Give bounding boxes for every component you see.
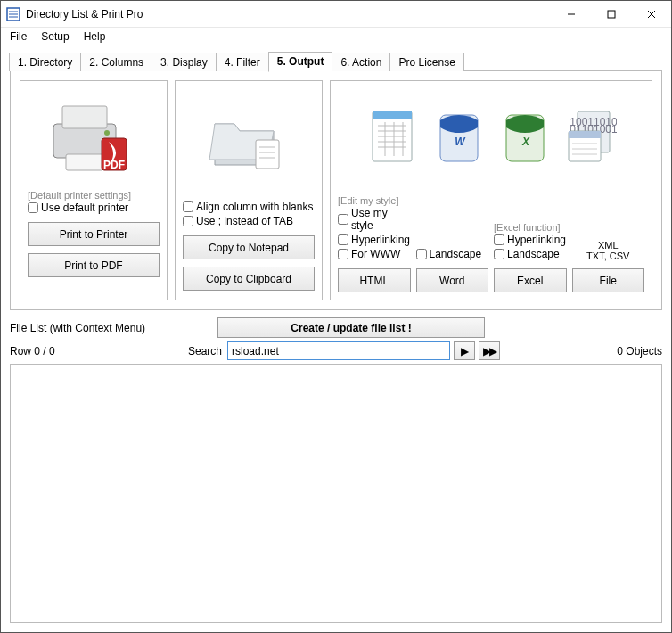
menu-file[interactable]: File bbox=[3, 29, 34, 45]
folder-notepad-icon bbox=[204, 97, 293, 177]
file-list[interactable] bbox=[10, 364, 662, 623]
edit-style-hint: [Edit my style] bbox=[338, 195, 398, 206]
printer-pdf-icon: PDF bbox=[45, 97, 143, 177]
minimize-button[interactable] bbox=[551, 1, 591, 28]
tab-directory[interactable]: 1. Directory bbox=[9, 53, 81, 71]
default-printer-hint: [Default printer settings] bbox=[28, 190, 131, 201]
maximize-button[interactable] bbox=[591, 1, 631, 28]
svg-point-11 bbox=[104, 130, 110, 136]
search-label: Search bbox=[188, 345, 222, 358]
chk-align-blanks[interactable]: Align column with blanks bbox=[183, 201, 313, 213]
btn-export-file[interactable]: File bbox=[572, 268, 645, 292]
svg-rect-5 bbox=[608, 11, 615, 18]
file-icon: 10011010 01101001 bbox=[563, 106, 617, 169]
svg-rect-9 bbox=[62, 106, 107, 128]
btn-export-html[interactable]: HTML bbox=[338, 268, 411, 292]
search-next-button[interactable]: ▶ bbox=[454, 341, 475, 360]
word-icon: W bbox=[431, 106, 485, 169]
file-xml-label: XML bbox=[598, 240, 619, 251]
file-list-label: File List (with Context Menu) bbox=[10, 322, 145, 334]
excel-icon: X bbox=[497, 106, 551, 169]
objects-count: 0 Objects bbox=[617, 345, 662, 358]
close-button[interactable] bbox=[631, 1, 671, 28]
chk-excel-hyperlink[interactable]: Hyperlinking bbox=[494, 234, 566, 246]
svg-rect-36 bbox=[569, 131, 601, 138]
svg-rect-19 bbox=[373, 111, 412, 119]
tab-output[interactable]: 5. Output bbox=[268, 52, 333, 72]
window-title: Directory List & Print Pro bbox=[26, 8, 551, 21]
btn-copy-clipboard[interactable]: Copy to Clipboard bbox=[183, 267, 315, 291]
tab-filter[interactable]: 4. Filter bbox=[216, 53, 269, 71]
panel-print: PDF [Default printer settings] Use defau… bbox=[20, 80, 168, 300]
panel-export: W X 10011010 01101001 bbox=[330, 80, 652, 300]
search-input[interactable] bbox=[227, 341, 450, 360]
app-icon bbox=[6, 7, 20, 21]
btn-print-to-pdf[interactable]: Print to PDF bbox=[28, 253, 160, 277]
panel-clipboard: Align column with blanks Use ; instead o… bbox=[175, 80, 323, 300]
btn-create-update-list[interactable]: Create / update file list ! bbox=[217, 317, 485, 338]
output-area: PDF [Default printer settings] Use defau… bbox=[10, 70, 662, 310]
tab-pro-license[interactable]: Pro License bbox=[389, 53, 463, 71]
svg-text:PDF: PDF bbox=[103, 159, 125, 171]
chk-use-my-style[interactable]: Use my style bbox=[338, 207, 411, 232]
btn-export-word[interactable]: Word bbox=[416, 268, 489, 292]
chk-for-www[interactable]: For WWW bbox=[338, 248, 400, 260]
excel-function-hint: [Excel function] bbox=[494, 222, 561, 233]
menu-setup[interactable]: Setup bbox=[34, 29, 76, 45]
chk-word-landscape[interactable]: Landscape bbox=[416, 248, 482, 260]
tab-columns[interactable]: 2. Columns bbox=[80, 53, 152, 71]
chk-html-hyperlink[interactable]: Hyperlinking bbox=[338, 234, 410, 246]
svg-rect-10 bbox=[66, 154, 103, 170]
svg-rect-14 bbox=[256, 140, 279, 169]
file-txt-label: TXT, CSV bbox=[586, 251, 629, 261]
tab-display[interactable]: 3. Display bbox=[152, 53, 217, 71]
search-fast-button[interactable]: ▶▶ bbox=[479, 341, 500, 360]
fast-forward-icon: ▶▶ bbox=[483, 345, 496, 358]
svg-text:X: X bbox=[521, 136, 530, 148]
html-icon bbox=[365, 106, 419, 169]
chk-excel-landscape[interactable]: Landscape bbox=[494, 248, 560, 260]
menu-help[interactable]: Help bbox=[77, 29, 113, 45]
btn-print-to-printer[interactable]: Print to Printer bbox=[28, 222, 160, 246]
play-icon: ▶ bbox=[461, 345, 469, 358]
tab-action[interactable]: 6. Action bbox=[332, 53, 390, 71]
svg-text:W: W bbox=[455, 136, 466, 148]
btn-copy-notepad[interactable]: Copy to Notepad bbox=[183, 235, 315, 259]
btn-export-excel[interactable]: Excel bbox=[494, 268, 567, 292]
row-count: Row 0 / 0 bbox=[10, 345, 188, 358]
chk-use-default-printer[interactable]: Use default printer bbox=[28, 201, 128, 214]
chk-semicolon[interactable]: Use ; instead of TAB bbox=[183, 215, 293, 227]
